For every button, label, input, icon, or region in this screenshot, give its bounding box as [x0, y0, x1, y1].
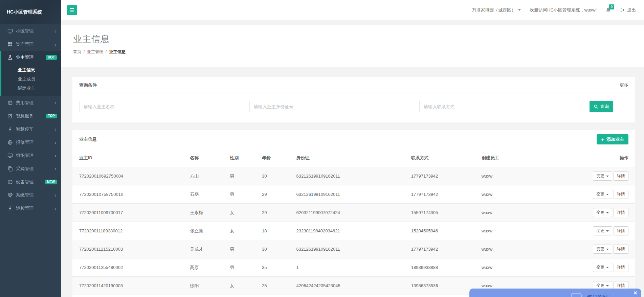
- change-button[interactable]: 变更: [593, 245, 612, 254]
- change-button[interactable]: 变更: [593, 172, 612, 181]
- change-button[interactable]: 变更: [593, 263, 612, 272]
- logout-button[interactable]: 退出: [620, 7, 636, 13]
- cell-id_card: [294, 295, 408, 297]
- sidebar-item[interactable]: 设备管理NEW: [0, 175, 61, 188]
- owner-idcard-input[interactable]: [249, 101, 409, 112]
- nav-badge: TOP: [46, 114, 57, 118]
- sidebar-item[interactable]: 费用管理‹: [0, 96, 61, 109]
- more-link[interactable]: 更多: [620, 82, 628, 88]
- sidebar-nav: 小区管理‹资产管理‹业主管理HOT业主信息业主成员绑定业主费用管理‹智慧服务TO…: [0, 24, 61, 215]
- cell-phone: 13986373536: [408, 277, 479, 295]
- flask-icon: [7, 55, 13, 60]
- col-gender: 性别: [227, 149, 259, 167]
- cell-gender: 女: [227, 277, 259, 295]
- search-button[interactable]: 查询: [590, 101, 613, 112]
- table-row: 772020010758750010石磊男2963212619910916201…: [72, 185, 635, 204]
- cell-id: 772020011420190003: [72, 277, 187, 295]
- sidebar-item[interactable]: 巡检管理‹: [0, 202, 61, 215]
- community-selector[interactable]: 万博家博园（城西区）: [472, 7, 521, 13]
- sidebar-item[interactable]: 小区管理‹: [0, 24, 61, 38]
- page-heading: 业主信息 首页 / 业主管理 / 业主信息: [61, 25, 644, 67]
- sidebar-item[interactable]: 业主管理HOT: [0, 51, 61, 64]
- grid-icon: [7, 42, 13, 47]
- detail-button[interactable]: 详情: [614, 208, 628, 217]
- bolt-icon: [7, 206, 13, 211]
- top-navbar: 万博家博园（城西区） 欢迎访问HC小区管理系统，wuxw! 0: [61, 0, 644, 20]
- cell-id: 772020012070870040: [72, 295, 187, 297]
- monitor-icon: [7, 28, 13, 34]
- sidebar-submenu: 业主信息业主成员绑定业主: [0, 64, 61, 96]
- cell-creator: wuxw: [479, 240, 583, 258]
- cell-gender: 男: [227, 295, 259, 297]
- app-title: HC小区管理系统: [0, 0, 61, 24]
- breadcrumb-current: 业主信息: [109, 49, 126, 55]
- notification-bell[interactable]: 0: [605, 7, 611, 13]
- owner-name-input[interactable]: [79, 101, 239, 112]
- navbar-right: 万博家博园（城西区） 欢迎访问HC小区管理系统，wuxw! 0: [472, 7, 636, 13]
- sidebar-item[interactable]: 组织管理‹: [0, 149, 61, 162]
- owners-panel-title: 业主信息: [79, 136, 97, 142]
- query-panel: 查询条件 更多 查询: [72, 77, 635, 122]
- cell-age: 30: [259, 295, 293, 297]
- cell-id: 772020011255480002: [72, 258, 187, 277]
- cell-id: 772020011189280012: [72, 222, 187, 240]
- detail-button[interactable]: 详情: [614, 190, 628, 199]
- cell-name: 胡德: [187, 295, 227, 297]
- add-owner-button[interactable]: + 添加业主: [597, 134, 628, 144]
- query-panel-title: 查询条件: [79, 82, 97, 88]
- close-icon[interactable]: ×: [634, 289, 637, 297]
- detail-button[interactable]: 详情: [614, 263, 628, 272]
- sidebar-item[interactable]: 智慧停车‹: [0, 122, 61, 136]
- sidebar-item[interactable]: 智慧服务TOP: [0, 109, 61, 122]
- cell-name: 方山: [187, 167, 227, 185]
- detail-button[interactable]: 详情: [614, 245, 628, 254]
- breadcrumb-home[interactable]: 首页: [73, 49, 81, 55]
- table-header-row: 业主ID 名称 性别 年龄 身份证 联系方式 创建员工 操作: [72, 149, 635, 167]
- sidebar-item[interactable]: 资产管理‹: [0, 38, 61, 51]
- search-button-label: 查询: [600, 104, 609, 110]
- notification-badge: 0: [609, 4, 614, 9]
- cell-name: 王永梅: [187, 204, 227, 222]
- monitor-icon: [7, 153, 13, 158]
- caret-down-icon: [606, 176, 609, 177]
- cell-age: 35: [259, 258, 293, 277]
- cell-id: 772020010758750010: [72, 185, 187, 204]
- plus-icon: +: [601, 137, 604, 142]
- cell-phone: 15597174305: [408, 204, 479, 222]
- col-owner-id: 业主ID: [72, 149, 187, 167]
- change-button[interactable]: 变更: [593, 208, 612, 217]
- change-button[interactable]: 变更: [593, 226, 612, 235]
- breadcrumb-owner-mgmt[interactable]: 业主管理: [87, 49, 103, 55]
- cell-creator: wuxw: [479, 258, 583, 277]
- cell-phone: 17797173942: [408, 240, 479, 258]
- cell-name: 石磊: [187, 185, 227, 204]
- chevron-left-icon: ‹: [54, 126, 56, 132]
- cell-id_card: 620321199007072424: [294, 204, 408, 222]
- col-actions: 操作: [583, 149, 635, 167]
- sidebar-toggle-button[interactable]: [67, 5, 77, 15]
- gem-icon: [7, 192, 13, 198]
- col-idcard: 身份证: [294, 149, 408, 167]
- sidebar-subitem[interactable]: 业主信息: [1, 65, 61, 74]
- sidebar-item[interactable]: 采购管理‹: [0, 162, 61, 175]
- chevron-down-icon: [518, 9, 521, 11]
- detail-button[interactable]: 详情: [614, 226, 628, 235]
- checkin-icon: [571, 293, 582, 297]
- add-owner-label: 添加业主: [606, 136, 624, 142]
- contact-input[interactable]: [419, 101, 579, 112]
- sidebar-subitem[interactable]: 业主成员: [1, 74, 61, 84]
- sidebar-item[interactable]: 报修管理‹: [0, 136, 61, 149]
- change-button[interactable]: 变更: [593, 190, 612, 199]
- cell-id: 772020011009700017: [72, 204, 187, 222]
- cell-phone: 13776644873: [408, 295, 479, 297]
- sidebar-subitem[interactable]: 绑定业主: [1, 84, 61, 93]
- chevron-left-icon: ‹: [54, 192, 56, 198]
- table-row: 772020011189280012张立新女182323011984020346…: [72, 222, 635, 240]
- col-age: 年龄: [259, 149, 293, 167]
- detail-button[interactable]: 详情: [614, 172, 628, 181]
- sidebar-item[interactable]: 系统管理‹: [0, 188, 61, 202]
- caret-down-icon: [606, 194, 609, 195]
- globe-icon: [7, 100, 13, 106]
- cell-age: 30: [259, 167, 293, 185]
- cell-age: 18: [259, 222, 293, 240]
